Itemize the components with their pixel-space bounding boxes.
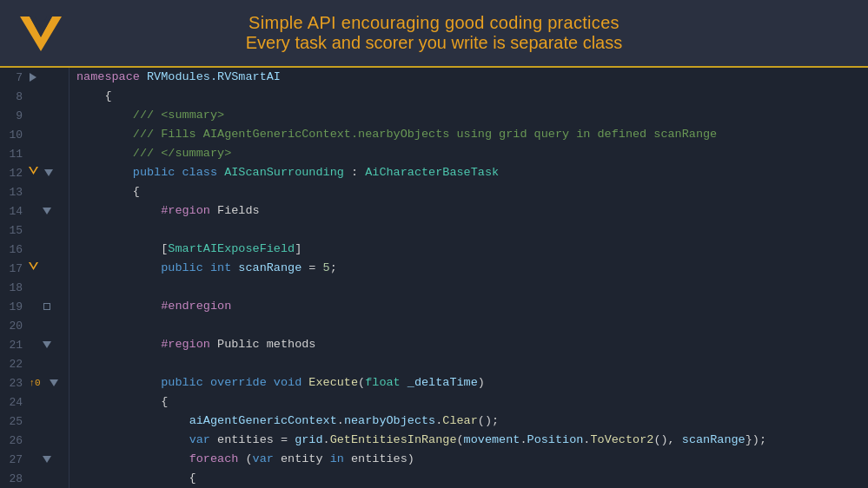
line-number: 22: [0, 358, 23, 371]
code-token: (: [358, 373, 365, 392]
rv-logo-icon: [16, 8, 66, 58]
line-number: 13: [0, 186, 23, 199]
code-line: [76, 278, 868, 297]
collapse-down-icon: [43, 341, 51, 348]
code-token: :: [344, 163, 365, 182]
code-token: scanRange: [238, 259, 301, 278]
line-number: 15: [0, 224, 23, 237]
code-token: [76, 431, 189, 450]
code-token: /// </summary>: [133, 144, 231, 163]
line-row: 25: [0, 412, 69, 431]
code-token: entities): [351, 450, 414, 469]
collapse-down-icon: [43, 456, 51, 463]
line-number: 9: [0, 109, 23, 122]
code-token: [76, 335, 161, 354]
code-token: [: [161, 240, 168, 259]
code-token: ToVector2: [590, 431, 653, 450]
line-row: 12: [0, 163, 69, 182]
code-line: [76, 354, 868, 373]
line-row: 20: [0, 316, 69, 335]
code-line: [76, 221, 868, 240]
code-token: /// Fills AIAgentGenericContext.nearbyOb…: [133, 125, 717, 144]
code-line: foreach (var entity in entities): [76, 450, 868, 469]
code-line: public override void Execute(float _delt…: [76, 373, 868, 392]
code-token: grid: [295, 431, 322, 450]
code-token: summary: [168, 106, 217, 125]
code-token: scanRange: [682, 431, 745, 450]
code-token: Public methods: [217, 335, 315, 354]
code-token: ();: [478, 412, 499, 431]
code-token: ): [478, 373, 485, 392]
rv-small-icon: [28, 165, 39, 181]
code-token: .: [435, 412, 442, 431]
code-token: Position: [527, 431, 584, 450]
code-token: SmartAIExposeField: [168, 240, 295, 259]
code-line: /// Fills AIAgentGenericContext.nearbyOb…: [76, 125, 868, 144]
line-row: 27: [0, 450, 69, 469]
line-number: 7: [0, 71, 23, 84]
code-token: .: [583, 431, 590, 450]
code-line: #region Fields: [76, 201, 868, 221]
rv-small-icon: [28, 260, 39, 276]
line-row: 24: [0, 392, 69, 412]
line-number: 28: [0, 472, 23, 485]
code-token: foreach: [189, 450, 246, 469]
code-token: {: [76, 87, 112, 106]
code-area: 7891011121314151617181920212223↑02425262…: [0, 68, 868, 488]
code-token: [76, 373, 161, 392]
line-row: 8: [0, 87, 69, 106]
code-line: #region Public methods: [76, 335, 868, 354]
square-icon: [43, 303, 50, 310]
code-token: [76, 297, 161, 316]
code-token: AiCharacterBaseTask: [365, 163, 499, 182]
line-number: 24: [0, 396, 23, 409]
code-token: GetEntitiesInRange: [330, 431, 457, 450]
code-token: });: [745, 431, 766, 450]
code-token: #region: [161, 335, 217, 354]
collapse-right-icon: [30, 73, 36, 82]
code-token: AIScanSurrounding: [224, 163, 344, 182]
header-text: Simple API encouraging good coding pract…: [246, 13, 623, 53]
code-token: [76, 240, 161, 259]
code-token: float: [365, 373, 401, 392]
code-token: _deltaTime: [407, 373, 478, 392]
code-line: {: [76, 182, 868, 201]
code-token: in: [330, 450, 351, 469]
code-token: var: [253, 450, 281, 469]
line-row: 7: [0, 68, 69, 87]
line-row: 28: [0, 469, 69, 488]
line-row: 13: [0, 182, 69, 201]
code-token: [76, 450, 189, 469]
line-row: 15: [0, 221, 69, 240]
code-token: Clear: [442, 412, 478, 431]
code-line: {: [76, 469, 868, 488]
line-number: 10: [0, 129, 23, 142]
code-line: namespace RVModules.RVSmartAI: [76, 68, 868, 87]
code-token: [76, 125, 133, 144]
code-line: {: [76, 87, 868, 106]
collapse-down-icon: [44, 169, 53, 176]
line-number: 14: [0, 205, 23, 218]
line-number: 27: [0, 453, 23, 466]
code-token: (),: [653, 431, 681, 450]
code-token: ;: [330, 259, 337, 278]
code-token: ///: [133, 106, 161, 125]
header-line1: Simple API encouraging good coding pract…: [246, 13, 623, 33]
line-number: 21: [0, 339, 23, 352]
code-line: [SmartAIExposeField]: [76, 240, 868, 259]
code-token: entities =: [217, 431, 295, 450]
line-row: 16: [0, 240, 69, 259]
line-row: 21: [0, 335, 69, 354]
code-token: [76, 259, 161, 278]
code-token: public class: [133, 163, 224, 182]
line-number: 17: [0, 262, 23, 275]
code-token: public override void: [161, 373, 308, 392]
line-number: 11: [0, 148, 23, 161]
code-token: Fields: [217, 201, 260, 221]
line-row: 19: [0, 297, 69, 316]
code-token: 5: [323, 259, 330, 278]
collapse-down-icon: [43, 208, 51, 214]
header: Simple API encouraging good coding pract…: [0, 0, 868, 68]
line-row: 10: [0, 125, 69, 144]
line-row: 11: [0, 144, 69, 163]
